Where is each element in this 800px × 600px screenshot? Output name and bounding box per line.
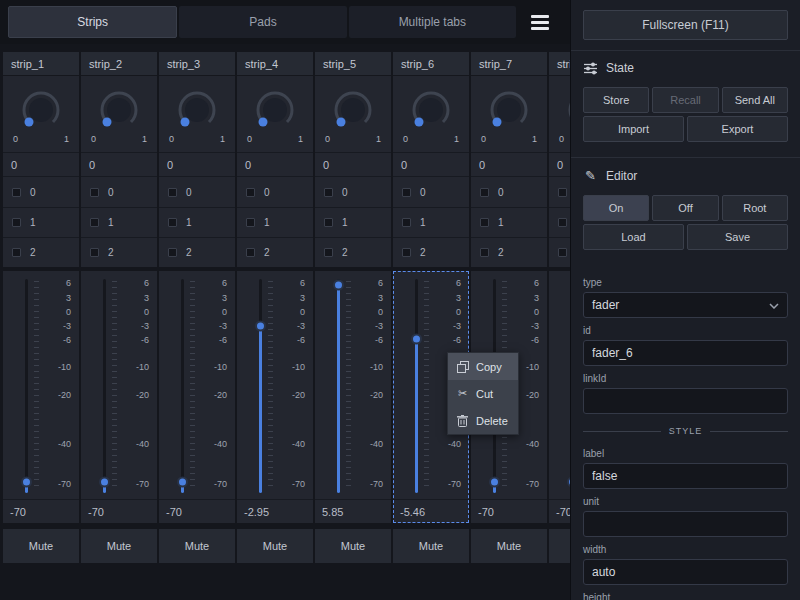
fullscreen-button[interactable]: Fullscreen (F11) bbox=[583, 10, 788, 40]
toggle-checkbox[interactable] bbox=[90, 218, 99, 227]
mute-button[interactable]: Mute bbox=[159, 529, 235, 563]
strip-header[interactable]: strip_2 bbox=[81, 52, 157, 76]
fader-handle[interactable] bbox=[99, 477, 110, 488]
toggle-checkbox[interactable] bbox=[480, 218, 489, 227]
store-button[interactable]: Store bbox=[583, 87, 649, 113]
toggle-checkbox[interactable] bbox=[402, 218, 411, 227]
toggle-checkbox[interactable] bbox=[480, 188, 489, 197]
toggle-checkbox[interactable] bbox=[168, 218, 177, 227]
label-input[interactable] bbox=[583, 463, 788, 489]
toggle-row[interactable]: 2 bbox=[237, 237, 313, 267]
toggle-checkbox[interactable] bbox=[12, 188, 21, 197]
toggle-checkbox[interactable] bbox=[324, 248, 333, 257]
linkid-input[interactable] bbox=[583, 388, 788, 414]
fader-handle[interactable] bbox=[411, 333, 422, 344]
fader-handle[interactable] bbox=[21, 477, 32, 488]
toggle-checkbox[interactable] bbox=[324, 188, 333, 197]
toggle-row[interactable]: 1 bbox=[471, 207, 547, 237]
mute-button[interactable]: Mute bbox=[393, 529, 469, 563]
mute-button[interactable]: Mute bbox=[237, 529, 313, 563]
toggle-row[interactable]: 2 bbox=[81, 237, 157, 267]
toggle-checkbox[interactable] bbox=[246, 248, 255, 257]
knob-widget[interactable]: 0 1 bbox=[315, 76, 391, 152]
toggle-row[interactable]: 0 bbox=[549, 177, 570, 207]
mute-button[interactable]: Mute bbox=[3, 529, 79, 563]
import-button[interactable]: Import bbox=[583, 116, 684, 142]
menu-icon[interactable] bbox=[518, 6, 562, 38]
strip-header[interactable]: strip_6 bbox=[393, 52, 469, 76]
mute-button[interactable]: Mute bbox=[549, 529, 570, 563]
tab-multiple-tabs[interactable]: Multiple tabs bbox=[349, 6, 516, 38]
tab-pads[interactable]: Pads bbox=[179, 6, 346, 38]
recall-button[interactable]: Recall bbox=[652, 87, 718, 113]
mute-button[interactable]: Mute bbox=[471, 529, 547, 563]
toggle-checkbox[interactable] bbox=[324, 218, 333, 227]
toggle-row[interactable]: 0 bbox=[3, 177, 79, 207]
knob-widget[interactable]: 0 1 bbox=[549, 76, 570, 152]
fader-handle[interactable] bbox=[255, 321, 266, 332]
toggle-checkbox[interactable] bbox=[246, 218, 255, 227]
id-input[interactable] bbox=[583, 340, 788, 366]
fader-widget[interactable]: 630-3-6-10-20-40-70 -70 bbox=[3, 271, 79, 523]
toggle-row[interactable]: 1 bbox=[81, 207, 157, 237]
toggle-row[interactable]: 0 bbox=[237, 177, 313, 207]
toggle-checkbox[interactable] bbox=[12, 218, 21, 227]
toggle-checkbox[interactable] bbox=[558, 218, 567, 227]
toggle-checkbox[interactable] bbox=[246, 188, 255, 197]
toggle-row[interactable]: 2 bbox=[159, 237, 235, 267]
menu-item-copy[interactable]: Copy bbox=[448, 353, 518, 380]
toggle-row[interactable]: 0 bbox=[159, 177, 235, 207]
fader-widget[interactable]: 630-3-6-10-20-40-70 -70 bbox=[81, 271, 157, 523]
toggle-row[interactable]: 1 bbox=[549, 207, 570, 237]
toggle-checkbox[interactable] bbox=[168, 188, 177, 197]
menu-item-cut[interactable]: ✂ Cut bbox=[448, 380, 518, 407]
toggle-row[interactable]: 2 bbox=[315, 237, 391, 267]
toggle-row[interactable]: 2 bbox=[471, 237, 547, 267]
fader-handle[interactable] bbox=[177, 477, 188, 488]
toggle-row[interactable]: 0 bbox=[393, 177, 469, 207]
editor-load-button[interactable]: Load bbox=[583, 224, 684, 250]
toggle-checkbox[interactable] bbox=[558, 248, 567, 257]
toggle-row[interactable]: 0 bbox=[471, 177, 547, 207]
toggle-row[interactable]: 1 bbox=[159, 207, 235, 237]
width-input[interactable] bbox=[583, 559, 788, 585]
toggle-checkbox[interactable] bbox=[402, 248, 411, 257]
fader-widget[interactable]: 630-3-6-10-20-40-70 5.85 bbox=[315, 271, 391, 523]
strip-header[interactable]: strip_8 bbox=[549, 52, 570, 76]
strip-header[interactable]: strip_7 bbox=[471, 52, 547, 76]
send-all-button[interactable]: Send All bbox=[722, 87, 788, 113]
toggle-row[interactable]: 2 bbox=[393, 237, 469, 267]
editor-save-button[interactable]: Save bbox=[687, 224, 788, 250]
fader-handle[interactable] bbox=[567, 477, 570, 488]
toggle-row[interactable]: 2 bbox=[3, 237, 79, 267]
toggle-row[interactable]: 2 bbox=[549, 237, 570, 267]
knob-widget[interactable]: 0 1 bbox=[159, 76, 235, 152]
mute-button[interactable]: Mute bbox=[315, 529, 391, 563]
toggle-checkbox[interactable] bbox=[90, 248, 99, 257]
fader-widget[interactable]: 630-3-6-10-20-40-70 -70 bbox=[159, 271, 235, 523]
toggle-checkbox[interactable] bbox=[402, 188, 411, 197]
fader-widget[interactable]: 630-3-6-10-20-40-70 -2.95 bbox=[237, 271, 313, 523]
strip-header[interactable]: strip_3 bbox=[159, 52, 235, 76]
mute-button[interactable]: Mute bbox=[81, 529, 157, 563]
fader-handle[interactable] bbox=[489, 477, 500, 488]
toggle-row[interactable]: 1 bbox=[393, 207, 469, 237]
editor-off-button[interactable]: Off bbox=[652, 195, 718, 221]
toggle-checkbox[interactable] bbox=[12, 248, 21, 257]
toggle-row[interactable]: 0 bbox=[81, 177, 157, 207]
fader-handle[interactable] bbox=[333, 280, 344, 291]
knob-widget[interactable]: 0 1 bbox=[3, 76, 79, 152]
export-button[interactable]: Export bbox=[687, 116, 788, 142]
toggle-row[interactable]: 1 bbox=[315, 207, 391, 237]
menu-item-delete[interactable]: Delete bbox=[448, 407, 518, 434]
editor-on-button[interactable]: On bbox=[583, 195, 649, 221]
type-select[interactable]: fader bbox=[583, 292, 788, 318]
toggle-row[interactable]: 1 bbox=[237, 207, 313, 237]
strip-header[interactable]: strip_1 bbox=[3, 52, 79, 76]
toggle-checkbox[interactable] bbox=[168, 248, 177, 257]
toggle-checkbox[interactable] bbox=[558, 188, 567, 197]
knob-widget[interactable]: 0 1 bbox=[81, 76, 157, 152]
toggle-checkbox[interactable] bbox=[480, 248, 489, 257]
editor-root-button[interactable]: Root bbox=[722, 195, 788, 221]
toggle-row[interactable]: 1 bbox=[3, 207, 79, 237]
